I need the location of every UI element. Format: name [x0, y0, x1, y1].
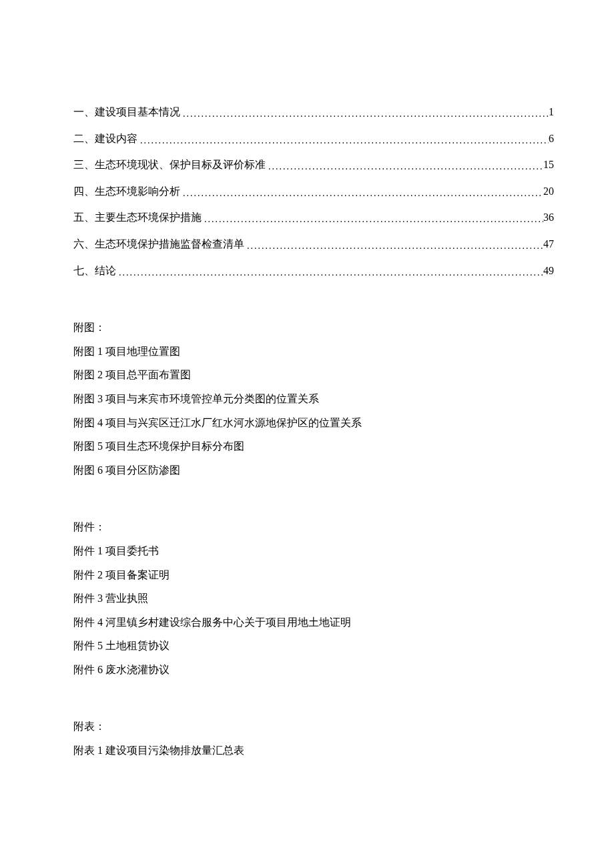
list-item: 附件 1 项目委托书 [73, 542, 554, 560]
attachments-section: 附件： 附件 1 项目委托书 附件 2 项目备案证明 附件 3 营业执照 附件 … [73, 518, 554, 678]
toc-entry: 六、生态环境保护措施监督检查清单 47 [73, 236, 554, 253]
toc-dot-leader [180, 105, 549, 122]
list-item: 附图 3 项目与来宾市环境管控单元分类图的位置关系 [73, 390, 554, 408]
tables-section: 附表： 附表 1 建设项目污染物排放量汇总表 [73, 718, 554, 759]
toc-entry-label: 三、生态环境现状、保护目标及评价标准 [73, 156, 266, 173]
toc-entry: 四、生态环境影响分析 20 [73, 183, 554, 200]
toc-dot-leader [180, 184, 543, 201]
list-item: 附表 1 建设项目污染物排放量汇总表 [73, 742, 554, 759]
list-item: 附图 6 项目分区防渗图 [73, 462, 554, 479]
toc-entry: 二、建设内容 6 [73, 130, 554, 147]
toc-dot-leader [137, 131, 549, 149]
table-of-contents: 一、建设项目基本情况 1 二、建设内容 6 三、生态环境现状、保护目标及评价标准… [73, 103, 554, 279]
toc-entry: 七、结论 49 [73, 262, 554, 280]
toc-dot-leader [202, 210, 543, 228]
list-item: 附件 2 项目备案证明 [73, 566, 554, 584]
list-item: 附图 4 项目与兴宾区迁江水厂红水河水源地保护区的位置关系 [73, 414, 554, 432]
list-item: 附图 2 项目总平面布置图 [73, 366, 554, 384]
figures-section: 附图： 附图 1 项目地理位置图 附图 2 项目总平面布置图 附图 3 项目与来… [73, 319, 554, 478]
list-item: 附件 3 营业执照 [73, 590, 554, 607]
document-page: 一、建设项目基本情况 1 二、建设内容 6 三、生态环境现状、保护目标及评价标准… [0, 0, 614, 868]
toc-dot-leader [116, 264, 543, 281]
toc-entry-page: 15 [543, 156, 554, 173]
toc-entry-label: 四、生态环境影响分析 [73, 183, 180, 200]
tables-heading: 附表： [73, 718, 554, 735]
list-item: 附件 5 土地租赁协议 [73, 637, 554, 655]
toc-entry-page: 36 [543, 209, 554, 226]
toc-entry-label: 五、主要生态环境保护措施 [73, 209, 202, 226]
figures-heading: 附图： [73, 319, 554, 336]
toc-entry: 五、主要生态环境保护措施 36 [73, 209, 554, 226]
toc-entry-page: 47 [543, 236, 554, 253]
toc-entry: 一、建设项目基本情况 1 [73, 103, 554, 121]
toc-entry-page: 1 [549, 103, 554, 121]
toc-entry: 三、生态环境现状、保护目标及评价标准 15 [73, 156, 554, 173]
toc-dot-leader [266, 157, 543, 175]
toc-entry-page: 20 [543, 183, 554, 200]
list-item: 附图 5 项目生态环境保护目标分布图 [73, 438, 554, 455]
toc-entry-page: 49 [543, 262, 554, 280]
toc-entry-label: 二、建设内容 [73, 130, 137, 147]
toc-entry-page: 6 [549, 130, 554, 147]
list-item: 附件 4 河里镇乡村建设综合服务中心关于项目用地土地证明 [73, 614, 554, 631]
toc-dot-leader [244, 237, 543, 254]
attachments-heading: 附件： [73, 518, 554, 536]
list-item: 附图 1 项目地理位置图 [73, 343, 554, 360]
toc-entry-label: 六、生态环境保护措施监督检查清单 [73, 236, 244, 253]
list-item: 附件 6 废水浇灌协议 [73, 661, 554, 679]
toc-entry-label: 七、结论 [73, 262, 116, 280]
toc-entry-label: 一、建设项目基本情况 [73, 103, 180, 121]
